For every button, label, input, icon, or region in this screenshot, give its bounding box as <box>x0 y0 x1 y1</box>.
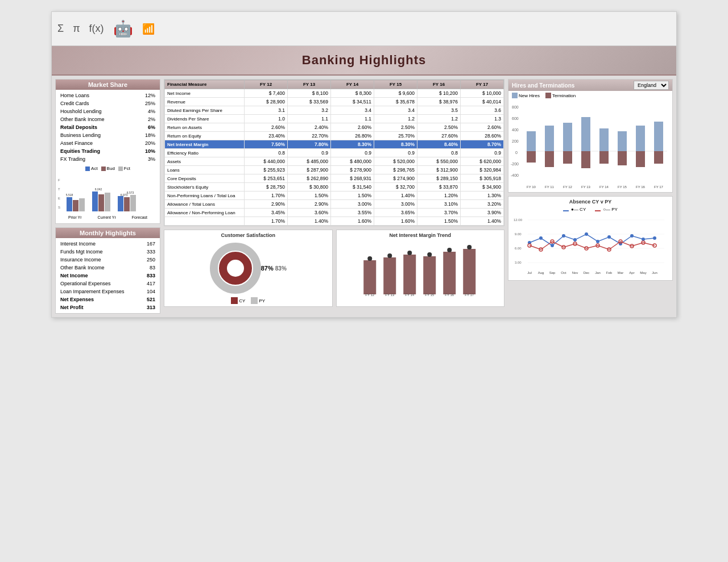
svg-text:Oct: Oct <box>561 271 566 274</box>
svg-text:FY 12: FY 12 <box>365 293 375 297</box>
svg-text:Jan: Jan <box>595 271 601 274</box>
svg-text:FY 13: FY 13 <box>581 185 591 189</box>
table-row: Interest Income167 <box>59 240 156 247</box>
main-content: Market Share Home Loans12% Credit Cards2… <box>52 76 676 317</box>
svg-point-88 <box>653 236 656 240</box>
svg-text:-200: -200 <box>511 162 519 166</box>
hires-title: Hires and Terminations <box>512 82 574 89</box>
svg-text:FY 17: FY 17 <box>465 293 474 297</box>
svg-rect-58 <box>599 151 609 164</box>
absence-panel: Absence CY v PY ●— CY ○— PY 12.00 9.00 <box>508 196 673 281</box>
svg-rect-8 <box>98 194 104 211</box>
monthly-highlights-panel: Monthly Highlights Interest Income167 Fu… <box>55 227 160 314</box>
customer-satisfaction-title: Customer Satisfaction <box>167 232 330 238</box>
svg-point-81 <box>573 238 577 242</box>
svg-text:3.00: 3.00 <box>515 261 522 264</box>
svg-rect-51 <box>563 123 572 151</box>
table-row: Net Income833 <box>59 272 156 279</box>
table-row: Insurance Income250 <box>59 256 156 263</box>
hires-header: Hires and Terminations England Scotland … <box>508 80 672 91</box>
table-row: Return on Assets 2.60%2.40%2.60%2.50%2.5… <box>165 123 504 132</box>
svg-rect-63 <box>636 126 645 151</box>
satisfaction-legend: CY PY <box>167 297 330 304</box>
svg-text:9.00: 9.00 <box>515 232 522 236</box>
svg-point-79 <box>551 244 554 247</box>
monthly-highlights-table: Interest Income167 Funds Mgt Income333 I… <box>56 238 160 313</box>
svg-text:T: T <box>58 188 60 191</box>
svg-text:12.00: 12.00 <box>514 218 523 222</box>
svg-text:Aug: Aug <box>538 271 544 274</box>
table-row: 1.70%1.40%1.60%1.60%1.50%1.40% <box>165 217 504 226</box>
table-row: FX Trading3% <box>59 156 156 163</box>
svg-rect-6 <box>79 198 85 211</box>
svg-point-83 <box>596 240 599 243</box>
svg-text:6,042: 6,042 <box>95 188 102 191</box>
table-row: Revenue $ 28,900$ 33,569$ 34,511$ 35,678… <box>165 98 504 106</box>
svg-text:FY 15: FY 15 <box>425 293 435 297</box>
legend-cy: CY <box>231 297 245 304</box>
legend-fct: Fct <box>118 166 130 171</box>
svg-rect-57 <box>599 128 609 151</box>
toolbar: Σ π f(x) 🤖 📶 <box>52 12 676 46</box>
svg-rect-61 <box>618 151 627 165</box>
table-row: Retail Deposits6% <box>59 124 156 131</box>
svg-rect-64 <box>636 151 645 167</box>
svg-point-80 <box>562 234 565 238</box>
left-panel: Market Share Home Loans12% Credit Cards2… <box>55 79 160 314</box>
hires-terminations-panel: Hires and Terminations England Scotland … <box>508 79 673 193</box>
svg-rect-31 <box>443 252 456 294</box>
svg-text:S: S <box>58 206 60 209</box>
market-share-panel: Market Share Home Loans12% Credit Cards2… <box>55 79 160 224</box>
signal-icon: 📶 <box>142 23 155 35</box>
svg-point-78 <box>539 236 543 240</box>
svg-point-35 <box>467 245 471 249</box>
middle-panel: Financial Measure FY 12 FY 13 FY 14 FY 1… <box>164 79 504 314</box>
donut-chart <box>210 243 261 294</box>
robot-mascot: 🤖 <box>113 19 133 38</box>
legend-cy-absence: ●— CY <box>563 207 586 212</box>
svg-rect-11 <box>124 197 130 211</box>
market-share-table: Home Loans12% Credit Cards25% Houshold L… <box>56 90 160 165</box>
svg-text:FY 10: FY 10 <box>527 185 536 189</box>
svg-rect-28 <box>423 256 436 294</box>
table-row: Assets $ 440,000$ 485,000$ 480,000$ 520,… <box>165 157 504 166</box>
table-row: Home Loans12% <box>59 92 156 99</box>
legend-bud: Bud <box>101 166 115 171</box>
table-row: Stockholder's Equity $ 28,750$ 30,800$ 3… <box>165 183 504 192</box>
fct-color <box>118 166 123 171</box>
table-row: Allowance / Total Loans 2.90%2.90%3.00%3… <box>165 200 504 209</box>
svg-text:800: 800 <box>512 105 519 109</box>
svg-rect-49 <box>545 151 554 167</box>
donut-wrapper: 87% 83% <box>167 240 330 296</box>
svg-rect-10 <box>118 196 123 211</box>
svg-rect-5 <box>73 200 78 211</box>
svg-rect-48 <box>545 126 554 151</box>
hires-dropdown[interactable]: England Scotland Wales <box>634 81 669 90</box>
svg-point-26 <box>407 251 412 255</box>
svg-text:Jun: Jun <box>652 271 657 274</box>
svg-text:Mar: Mar <box>618 271 623 274</box>
customer-satisfaction-chart: Customer Satisfaction 87% 83% <box>164 230 333 307</box>
svg-point-18 <box>223 256 248 281</box>
table-row: Other Bank Income83 <box>59 264 156 271</box>
svg-text:400: 400 <box>512 128 519 132</box>
svg-text:FY 14: FY 14 <box>599 185 609 189</box>
svg-rect-55 <box>581 151 590 168</box>
bar-chart-legend: Act Bud Fct <box>56 165 160 172</box>
svg-point-20 <box>367 256 372 261</box>
svg-point-23 <box>387 253 392 258</box>
table-row: Houshold Lending4% <box>59 108 156 115</box>
svg-text:FY 11: FY 11 <box>545 185 555 189</box>
svg-text:600: 600 <box>512 116 519 120</box>
svg-text:F: F <box>58 178 60 182</box>
fx-icon: f(x) <box>89 23 104 35</box>
bud-color <box>101 166 106 171</box>
svg-rect-52 <box>563 151 572 164</box>
table-row: Loans $ 255,923$ 287,900$ 278,900$ 298,7… <box>165 166 504 174</box>
legend-act: Act <box>85 166 98 171</box>
nim-trend-chart: Net Interest Margin Trend FY 12 FY 13 FY… <box>336 230 505 307</box>
table-row: Net Expenses521 <box>59 296 156 303</box>
svg-text:6.00: 6.00 <box>515 247 522 250</box>
monthly-highlights-header: Monthly Highlights <box>56 228 160 238</box>
svg-text:0: 0 <box>515 151 518 155</box>
